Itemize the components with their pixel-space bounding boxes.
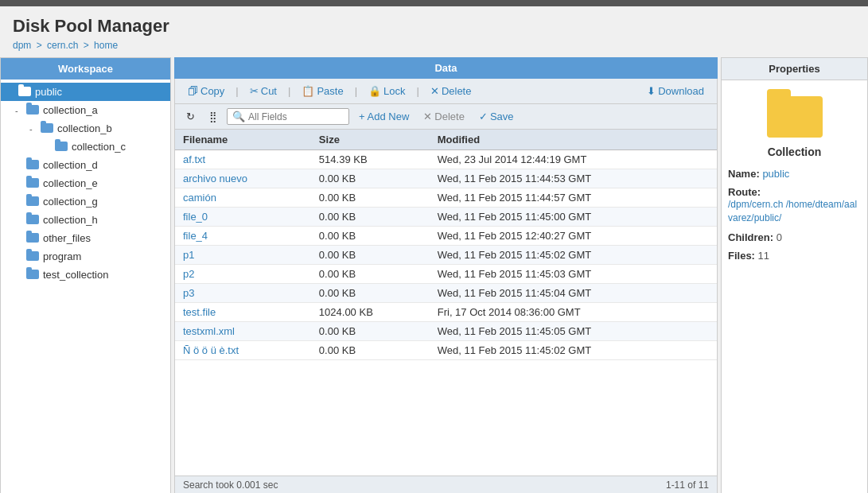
cell-modified: Wed, 11 Feb 2015 12:40:27 GMT — [430, 227, 717, 246]
data-panel-header: Data — [174, 57, 718, 79]
sidebar-item-collection-a[interactable]: - collection_a — [1, 101, 170, 119]
copy-icon: 🗍 — [188, 85, 198, 97]
cell-filename: file_0 — [175, 208, 311, 227]
breadcrumb-cern[interactable]: cern.ch — [47, 40, 78, 51]
cell-filename: camión — [175, 188, 311, 208]
table-row[interactable]: p3 0.00 KB Wed, 11 Feb 2015 11:45:04 GMT — [175, 284, 717, 303]
cell-size: 0.00 KB — [311, 341, 430, 360]
columns-icon: ⣿ — [209, 111, 217, 122]
file-link[interactable]: Ñ ö ö ü è.txt — [183, 344, 239, 356]
download-icon: ⬇ — [647, 85, 656, 97]
sidebar-item-other-files[interactable]: other_files — [1, 229, 170, 247]
sidebar-label-public: public — [35, 86, 62, 98]
toolbar2-delete-button[interactable]: ✕ Delete — [418, 109, 469, 124]
refresh-button[interactable]: ↻ — [181, 109, 200, 124]
delete-button[interactable]: ✕ Delete — [424, 83, 478, 99]
col-size[interactable]: Size — [311, 130, 430, 150]
cell-size: 0.00 KB — [311, 188, 430, 208]
toolbar2-delete-icon: ✕ — [423, 111, 432, 122]
cell-modified: Fri, 17 Oct 2014 08:36:00 GMT — [430, 303, 717, 322]
cell-modified: Wed, 11 Feb 2015 11:45:03 GMT — [430, 265, 717, 284]
sidebar-item-collection-c[interactable]: collection_c — [1, 138, 170, 156]
search-box: 🔍 — [227, 108, 349, 125]
sidebar-content: public - collection_a - collection_b col… — [1, 80, 170, 493]
file-link[interactable]: camión — [183, 192, 216, 204]
save-button[interactable]: ✓ Save — [474, 109, 519, 124]
file-link[interactable]: p3 — [183, 287, 194, 299]
cell-size: 514.39 KB — [311, 150, 430, 169]
properties-content: Collection Name: public Route: /dpm/cern… — [722, 80, 867, 493]
file-link[interactable]: test.file — [183, 306, 216, 318]
file-link[interactable]: archivo nuevo — [183, 173, 247, 184]
file-link[interactable]: p1 — [183, 249, 194, 261]
search-input[interactable] — [248, 111, 344, 122]
sidebar-item-collection-d[interactable]: collection_d — [1, 156, 170, 174]
sidebar-item-collection-g[interactable]: collection_g — [1, 192, 170, 211]
folder-icon-public — [18, 87, 31, 97]
col-filename[interactable]: Filename — [175, 130, 311, 150]
copy-button[interactable]: 🗍 Copy — [181, 83, 231, 99]
cell-modified: Wed, 23 Jul 2014 12:44:19 GMT — [430, 150, 717, 169]
folder-icon-g — [26, 196, 39, 207]
sidebar-label-d: collection_d — [43, 159, 98, 171]
folder-icon-c — [55, 142, 68, 152]
table-row[interactable]: Ñ ö ö ü è.txt 0.00 KB Wed, 11 Feb 2015 1… — [175, 341, 717, 360]
sidebar-label-g: collection_g — [43, 196, 98, 208]
columns-button[interactable]: ⣿ — [204, 109, 222, 124]
sidebar-item-program[interactable]: program — [1, 247, 170, 266]
paste-button[interactable]: 📋 Paste — [295, 83, 349, 99]
properties-panel: Properties Collection Name: public Route… — [721, 57, 868, 493]
cell-filename: archivo nuevo — [175, 169, 311, 188]
check-icon: ✓ — [479, 111, 488, 122]
app-title: Disk Pool Manager — [13, 16, 855, 37]
table-row[interactable]: archivo nuevo 0.00 KB Wed, 11 Feb 2015 1… — [175, 169, 717, 188]
sidebar-label-h: collection_h — [43, 214, 98, 226]
table-row[interactable]: file_4 0.00 KB Wed, 11 Feb 2015 12:40:27… — [175, 227, 717, 246]
table-row[interactable]: testxml.xml 0.00 KB Wed, 11 Feb 2015 11:… — [175, 322, 717, 341]
lock-icon: 🔒 — [368, 85, 381, 97]
download-button[interactable]: ⬇ Download — [640, 83, 710, 99]
sidebar-item-collection-e[interactable]: collection_e — [1, 174, 170, 192]
table-row[interactable]: p2 0.00 KB Wed, 11 Feb 2015 11:45:03 GMT — [175, 265, 717, 284]
folder-icon-b — [41, 123, 53, 134]
prop-name-row: Name: public — [728, 168, 861, 180]
table-row[interactable]: test.file 1024.00 KB Fri, 17 Oct 2014 08… — [175, 303, 717, 322]
breadcrumb-dpm[interactable]: dpm — [13, 40, 31, 51]
add-new-button[interactable]: + Add New — [354, 109, 414, 124]
sidebar-label-test: test_collection — [43, 269, 108, 281]
app-header: Disk Pool Manager dpm > cern.ch > home — [0, 6, 868, 54]
table-row[interactable]: p1 0.00 KB Wed, 11 Feb 2015 11:45:02 GMT — [175, 246, 717, 265]
cell-size: 0.00 KB — [311, 284, 430, 303]
prop-files-label: Files: — [728, 250, 755, 262]
prop-type: Collection — [768, 146, 822, 158]
table-row[interactable]: af.txt 514.39 KB Wed, 23 Jul 2014 12:44:… — [175, 150, 717, 169]
sidebar-item-public[interactable]: public — [1, 83, 170, 101]
file-link[interactable]: af.txt — [183, 153, 205, 165]
delete-icon: ✕ — [430, 85, 439, 97]
sidebar-label-a: collection_a — [43, 104, 98, 116]
col-modified[interactable]: Modified — [430, 130, 717, 150]
table-row[interactable]: file_0 0.00 KB Wed, 11 Feb 2015 11:45:00… — [175, 208, 717, 227]
lock-button[interactable]: 🔒 Lock — [362, 83, 411, 99]
sidebar-label-c: collection_c — [72, 141, 126, 153]
folder-icon-program — [26, 251, 39, 262]
table-row[interactable]: camión 0.00 KB Wed, 11 Feb 2015 11:44:57… — [175, 188, 717, 208]
file-link[interactable]: file_4 — [183, 230, 208, 242]
file-link[interactable]: file_0 — [183, 211, 208, 223]
sidebar-label-e: collection_e — [43, 177, 98, 189]
cell-filename: af.txt — [175, 150, 311, 169]
breadcrumb-home[interactable]: home — [94, 40, 118, 51]
file-link[interactable]: testxml.xml — [183, 325, 235, 337]
cut-button[interactable]: ✂ Cut — [243, 83, 283, 99]
sidebar-item-collection-h[interactable]: collection_h — [1, 211, 170, 229]
cell-modified: Wed, 11 Feb 2015 11:45:00 GMT — [430, 208, 717, 227]
cell-filename: test.file — [175, 303, 311, 322]
file-link[interactable]: p2 — [183, 268, 194, 280]
status-bar: Search took 0.001 sec 1-11 of 11 — [174, 476, 718, 493]
sidebar-item-collection-b[interactable]: - collection_b — [1, 119, 170, 138]
search-icon: 🔍 — [232, 111, 245, 122]
status-search-time: Search took 0.001 sec — [183, 479, 278, 491]
folder-icon-other — [26, 233, 39, 243]
sidebar-item-test-collection[interactable]: test_collection — [1, 266, 170, 284]
cell-filename: p3 — [175, 284, 311, 303]
